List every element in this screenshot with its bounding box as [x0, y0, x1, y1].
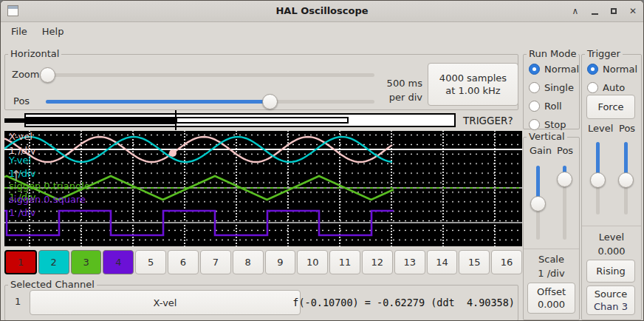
window-title: HAL Oscilloscope [1, 1, 643, 21]
trigger-separator [582, 226, 641, 226]
trigger-edge-label: Rising [596, 265, 626, 277]
run-mode-option-label: Roll [544, 101, 562, 112]
close-button[interactable]: ✕ [627, 5, 639, 17]
run-mode-option-label: Single [544, 82, 574, 93]
samples-line1: 4000 samples [439, 72, 507, 84]
channel-button-15[interactable]: 15 [459, 250, 490, 274]
radio-icon-selected[interactable] [587, 64, 598, 75]
scope-channel-label: Y-vel [9, 155, 31, 166]
vertical-scale-caption: Scale [524, 254, 579, 265]
channel-button-11[interactable]: 11 [329, 250, 360, 274]
selected-channel-frame: Selected Channel 1 X-vel f(-0.10700) = -… [4, 285, 518, 321]
vertical-gain-slider-thumb[interactable] [530, 196, 546, 212]
run-mode-frame: Run Mode NormalSingleRollStop [523, 54, 580, 129]
menu-bar: File Help [1, 21, 643, 42]
vertical-offset-button[interactable]: Offset 0.000 [527, 283, 575, 314]
trigger-level-slider-thumb[interactable] [590, 172, 606, 188]
scope-channel-label: X-vel [9, 132, 32, 142]
menu-help[interactable]: Help [35, 21, 72, 42]
channel-button-8[interactable]: 8 [233, 250, 264, 274]
title-bar[interactable]: HAL Oscilloscope ∧ ✕ [1, 1, 643, 22]
record-bar-stub [4, 118, 25, 123]
selected-channel-name-button[interactable]: X-vel [30, 290, 301, 315]
run-mode-option-roll[interactable]: Roll [524, 97, 579, 115]
channel-button-16[interactable]: 16 [491, 250, 522, 274]
halscope-window: HAL Oscilloscope ∧ ✕ File Help Horizonta… [0, 0, 644, 321]
channel-button-1[interactable]: 1 [4, 250, 37, 274]
vertical-offset-value: 0.000 [538, 298, 565, 311]
radio-icon[interactable] [587, 82, 598, 93]
time-per-div-line1: 500 ms [378, 78, 422, 89]
vertical-separator [524, 249, 579, 249]
force-label: Force [597, 101, 623, 113]
selected-channel-frame-label: Selected Channel [8, 279, 97, 290]
trigger-level-value: 0.000 [582, 246, 641, 257]
selected-channel-name: X-vel [154, 297, 177, 309]
channel-button-12[interactable]: 12 [362, 250, 393, 274]
pos-slider-fill [46, 100, 270, 104]
channel-button-5[interactable]: 5 [135, 250, 166, 274]
horizontal-frame: Horizontal Zoom Pos 500 ms per div 4000 … [4, 54, 518, 110]
run-mode-frame-label: Run Mode [527, 48, 578, 59]
scope-channel-label: 1 /div [9, 208, 35, 218]
radio-icon[interactable] [529, 119, 540, 130]
channel-button-row: 12345678910111213141516 [4, 250, 522, 274]
trigger-frame: Trigger NormalAuto Force Level Pos Level… [581, 54, 642, 320]
channel-button-7[interactable]: 7 [200, 250, 231, 274]
channel-button-10[interactable]: 10 [297, 250, 328, 274]
record-view-window [176, 117, 349, 124]
shade-button[interactable]: ∧ [569, 5, 581, 17]
minimize-icon [592, 13, 598, 15]
trigger-mode-option-label: Auto [603, 82, 625, 93]
force-trigger-button[interactable]: Force [586, 95, 635, 119]
trigger-source-line2: Chan 3 [594, 300, 628, 313]
trigger-position-tick [175, 110, 177, 130]
channel-button-6[interactable]: 6 [168, 250, 199, 274]
run-mode-option-normal[interactable]: Normal [524, 60, 579, 78]
channel-button-9[interactable]: 9 [265, 250, 296, 274]
samples-button[interactable]: 4000 samples at 1.00 kHz [428, 63, 518, 106]
trigger-source-button[interactable]: Source Chan 3 [586, 285, 635, 315]
radio-icon-selected[interactable] [529, 64, 540, 75]
run-mode-option-label: Normal [544, 64, 579, 75]
radio-icon[interactable] [529, 101, 540, 112]
minimize-button[interactable] [589, 5, 600, 17]
horizontal-frame-label: Horizontal [8, 48, 61, 59]
radio-icon[interactable] [529, 82, 540, 93]
scope-channel-label: siggen.0.square [9, 195, 86, 205]
trigger-edge-button[interactable]: Rising [586, 260, 635, 283]
channel-button-4[interactable]: 4 [103, 250, 134, 274]
pos-slider-thumb[interactable] [262, 94, 278, 109]
trigger-level-caption: Level [582, 232, 641, 243]
samples-line2: at 1.00 kHz [445, 84, 500, 97]
vertical-gain-label: Gain [530, 145, 552, 156]
time-per-div-line2: per div [378, 92, 422, 103]
trigger-source-line1: Source [595, 288, 628, 300]
trigger-pos-slider-thumb[interactable] [618, 172, 634, 188]
vertical-offset-label: Offset [537, 285, 566, 298]
channel-button-13[interactable]: 13 [394, 250, 425, 274]
trigger-pos-col-label: Pos [619, 123, 635, 134]
record-filled-portion [25, 117, 176, 124]
menu-file[interactable]: File [4, 21, 35, 42]
trigger-mode-option-normal[interactable]: Normal [582, 60, 641, 78]
vertical-frame: Vertical Gain Pos Scale 1 /div Offset 0.… [523, 137, 580, 320]
trigger-point-marker [169, 149, 177, 157]
zoom-slider-thumb[interactable] [40, 67, 55, 83]
vertical-scale-value: 1 /div [524, 268, 579, 279]
scope-display: X-vel1 /divY-vel1 /divsiggen.0.triangle1… [4, 131, 522, 246]
zoom-slider-track[interactable] [42, 73, 374, 77]
zoom-label: Zoom [12, 69, 39, 80]
vertical-pos-slider-thumb[interactable] [557, 172, 572, 187]
channel-button-2[interactable]: 2 [38, 250, 69, 274]
offset-arrow-icon: ↑ [10, 170, 22, 180]
selected-channel-number: 1 [15, 296, 21, 307]
maximize-button[interactable] [608, 5, 620, 17]
vertical-pos-label: Pos [557, 145, 573, 156]
channel-button-14[interactable]: 14 [427, 250, 458, 274]
pos-label: Pos [13, 95, 30, 107]
vertical-frame-label: Vertical [527, 131, 567, 142]
run-mode-option-single[interactable]: Single [524, 78, 579, 97]
trigger-mode-option-label: Normal [603, 64, 637, 75]
channel-button-3[interactable]: 3 [71, 250, 102, 274]
